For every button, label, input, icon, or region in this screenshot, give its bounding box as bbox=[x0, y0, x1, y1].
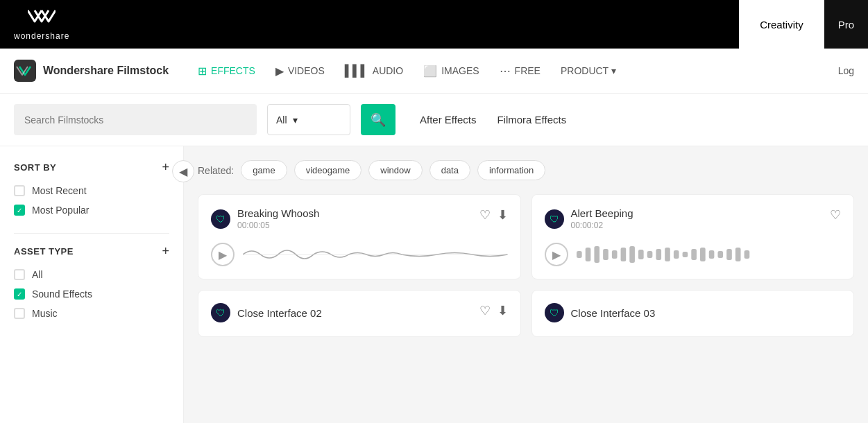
tag-videogame[interactable]: videogame bbox=[294, 160, 362, 180]
card1-shield-icon: 🛡 bbox=[211, 209, 230, 229]
asset-music-checkbox[interactable] bbox=[14, 308, 25, 319]
nav-login[interactable]: Log bbox=[838, 65, 854, 76]
sort-most-recent[interactable]: Most Recent bbox=[14, 185, 169, 196]
card2-waveform bbox=[577, 241, 842, 268]
audio-icon: ▌▌▌ bbox=[345, 64, 368, 77]
svg-rect-15 bbox=[691, 249, 697, 260]
svg-rect-19 bbox=[726, 249, 732, 260]
chevron-down-icon: ▾ bbox=[293, 114, 298, 126]
asset-music-label: Music bbox=[32, 308, 58, 319]
card3-name: Close Interface 02 bbox=[237, 307, 322, 319]
nav-images[interactable]: ⬜ IMAGES bbox=[415, 59, 487, 83]
top-bar-pro[interactable]: Pro bbox=[824, 0, 868, 49]
tab-after-effects[interactable]: After Effects bbox=[420, 110, 476, 129]
sort-most-popular[interactable]: Most Popular bbox=[14, 205, 169, 216]
search-button[interactable]: 🔍 bbox=[361, 104, 395, 135]
card3-actions: ♡ ⬇ bbox=[479, 303, 508, 318]
sort-by-add[interactable]: + bbox=[162, 160, 169, 175]
card1-play-button[interactable]: ▶ bbox=[211, 243, 235, 266]
search-input[interactable] bbox=[24, 114, 246, 126]
logo[interactable]: wondershare bbox=[14, 8, 69, 41]
svg-rect-14 bbox=[682, 252, 688, 257]
nav-effects[interactable]: ⊞ EFFECTS bbox=[189, 59, 264, 83]
svg-rect-2 bbox=[577, 251, 582, 258]
free-icon: ⋯ bbox=[500, 64, 511, 78]
card1-info: Breaking Whoosh 00:00:05 bbox=[237, 207, 319, 230]
images-icon: ⬜ bbox=[423, 64, 437, 78]
svg-rect-12 bbox=[665, 248, 670, 261]
tag-game[interactable]: game bbox=[241, 160, 287, 180]
card1-waveform-area: ▶ bbox=[211, 241, 508, 268]
tag-window[interactable]: window bbox=[368, 160, 422, 180]
asset-type-header: ASSET TYPE + bbox=[14, 244, 169, 259]
brand[interactable]: Wondershare Filmstock bbox=[14, 60, 169, 82]
card-breaking-whoosh: 🛡 Breaking Whoosh 00:00:05 ♡ ⬇ ▶ bbox=[198, 194, 521, 279]
card1-header: 🛡 Breaking Whoosh 00:00:05 ♡ ⬇ bbox=[211, 207, 508, 230]
card2-actions: ♡ bbox=[830, 207, 841, 223]
svg-rect-8 bbox=[629, 246, 635, 263]
card2-shield-icon: 🛡 bbox=[545, 209, 564, 229]
logo-icon bbox=[28, 8, 56, 31]
asset-all-checkbox[interactable] bbox=[14, 269, 25, 280]
sort-section: SORT BY + Most Recent Most Popular bbox=[14, 160, 169, 216]
cards-grid: 🛡 Breaking Whoosh 00:00:05 ♡ ⬇ ▶ bbox=[198, 194, 854, 337]
content-area: ◀ SORT BY + Most Recent Most Popular ASS… bbox=[0, 146, 868, 423]
asset-sound-effects[interactable]: Sound Effects bbox=[14, 288, 169, 300]
top-bar-creativity[interactable]: Creativity bbox=[739, 0, 824, 49]
sort-by-title: SORT BY bbox=[14, 162, 56, 173]
svg-rect-10 bbox=[647, 251, 652, 258]
card1-like-button[interactable]: ♡ bbox=[479, 207, 491, 223]
nav-videos[interactable]: ▶ VIDEOS bbox=[267, 59, 333, 83]
svg-rect-3 bbox=[585, 248, 590, 261]
asset-music[interactable]: Music bbox=[14, 308, 169, 319]
card2-play-button[interactable]: ▶ bbox=[545, 243, 568, 266]
card2-title-row: 🛡 Alert Beeping 00:00:02 bbox=[545, 207, 633, 230]
asset-all-label: All bbox=[32, 269, 43, 280]
brand-name: Wondershare Filmstock bbox=[43, 64, 169, 77]
card3-like-button[interactable]: ♡ bbox=[479, 303, 491, 318]
sort-popular-checkbox[interactable] bbox=[14, 205, 25, 216]
nav-free[interactable]: ⋯ FREE bbox=[491, 59, 549, 83]
card1-download-button[interactable]: ⬇ bbox=[497, 207, 508, 223]
nav-product[interactable]: PRODUCT ▾ bbox=[552, 60, 624, 82]
tag-information[interactable]: information bbox=[477, 160, 545, 180]
card2-duration: 00:00:02 bbox=[571, 221, 633, 230]
svg-rect-18 bbox=[717, 251, 723, 258]
card4-info: Close Interface 03 bbox=[571, 307, 656, 319]
svg-rect-6 bbox=[611, 250, 617, 259]
card2-name: Alert Beeping bbox=[571, 207, 633, 219]
card2-waveform-area: ▶ bbox=[545, 241, 842, 268]
asset-all[interactable]: All bbox=[14, 269, 169, 280]
asset-type-section: ASSET TYPE + All Sound Effects Music bbox=[14, 244, 169, 319]
sort-recent-checkbox[interactable] bbox=[14, 185, 25, 196]
card3-download-button[interactable]: ⬇ bbox=[497, 303, 508, 318]
asset-type-add[interactable]: + bbox=[162, 244, 169, 259]
nav-audio[interactable]: ▌▌▌ AUDIO bbox=[337, 59, 411, 83]
asset-sound-effects-checkbox[interactable] bbox=[14, 288, 25, 300]
search-bar: All ▾ 🔍 After Effects Filmora Effects bbox=[0, 94, 868, 146]
svg-rect-9 bbox=[638, 250, 644, 259]
play-icon: ▶ bbox=[552, 248, 561, 261]
svg-rect-17 bbox=[708, 250, 714, 259]
nav-links: ⊞ EFFECTS ▶ VIDEOS ▌▌▌ AUDIO ⬜ IMAGES ⋯ … bbox=[189, 59, 817, 83]
tag-data[interactable]: data bbox=[429, 160, 470, 180]
svg-rect-13 bbox=[673, 250, 679, 259]
sort-by-header: SORT BY + bbox=[14, 160, 169, 175]
top-bar: wondershare Creativity Pro bbox=[0, 0, 868, 49]
card1-duration: 00:00:05 bbox=[237, 221, 319, 230]
asset-type-title: ASSET TYPE bbox=[14, 246, 74, 257]
search-dropdown[interactable]: All ▾ bbox=[267, 104, 350, 135]
search-input-wrapper[interactable] bbox=[14, 104, 257, 135]
related-label: Related: bbox=[198, 165, 234, 176]
sidebar: ◀ SORT BY + Most Recent Most Popular ASS… bbox=[0, 146, 184, 423]
card2-like-button[interactable]: ♡ bbox=[830, 207, 841, 223]
card3-title-row: 🛡 Close Interface 02 bbox=[211, 303, 322, 322]
related-tags-row: Related: game videogame window data info… bbox=[198, 160, 854, 180]
chevron-left-icon: ◀ bbox=[179, 165, 187, 178]
main-content: Related: game videogame window data info… bbox=[184, 146, 868, 423]
tab-filmora-effects[interactable]: Filmora Effects bbox=[497, 110, 566, 129]
search-tabs: After Effects Filmora Effects bbox=[420, 110, 566, 129]
svg-rect-7 bbox=[620, 248, 626, 261]
card2-info: Alert Beeping 00:00:02 bbox=[571, 207, 633, 230]
sidebar-toggle-button[interactable]: ◀ bbox=[172, 160, 194, 182]
